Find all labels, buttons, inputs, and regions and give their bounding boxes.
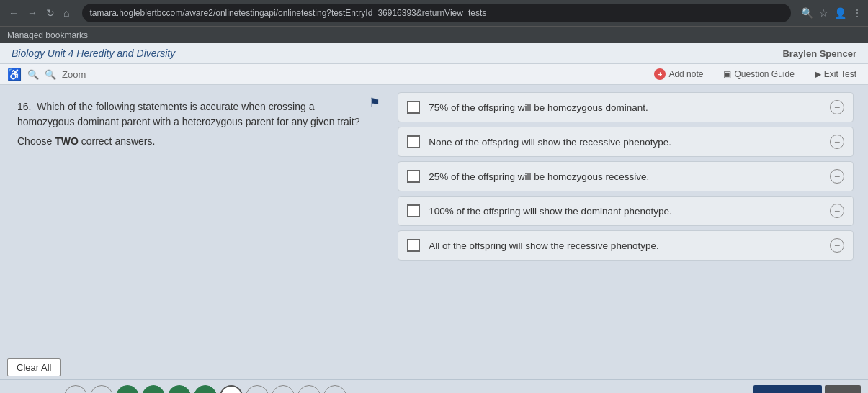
exit-test-icon: ▶ bbox=[815, 69, 821, 79]
question-guide-label: Question Guide bbox=[734, 69, 794, 79]
bookmarks-bar: Managed bookmarks bbox=[0, 26, 868, 43]
back-icon[interactable]: ← bbox=[6, 6, 22, 20]
star-icon[interactable]: ☆ bbox=[819, 7, 828, 19]
question-guide-button[interactable]: ▣ Question Guide bbox=[719, 68, 798, 81]
answer-checkbox-e[interactable] bbox=[407, 239, 420, 252]
answer-option-a[interactable]: 75% of the offspring will be homozygous … bbox=[398, 92, 854, 122]
exit-test-button[interactable]: ▶ Exit Test bbox=[810, 68, 861, 81]
profile-icon[interactable]: 👤 bbox=[834, 7, 846, 19]
question-dot-17[interactable]: 17 bbox=[246, 385, 269, 394]
main-content: ⚑ 16. Which of the following statements … bbox=[0, 85, 868, 356]
question-text: 16. Which of the following statements is… bbox=[17, 99, 373, 130]
answer-text-e: All of the offspring will show the reces… bbox=[429, 240, 821, 251]
question-dot-15[interactable]: ✓15 bbox=[194, 385, 217, 394]
question-dot-10[interactable]: 10 bbox=[64, 385, 87, 394]
answer-option-c[interactable]: 25% of the offspring will be homozygous … bbox=[398, 161, 854, 191]
question-number: 16. bbox=[17, 101, 31, 112]
address-bar[interactable]: tamara.hogleblertbccom/aware2/onlinetest… bbox=[82, 4, 791, 22]
toolbar-right: + Add note ▣ Question Guide ▶ Exit Test bbox=[650, 67, 861, 81]
question-instruction: Choose TWO correct answers. bbox=[17, 135, 373, 147]
previous-button[interactable]: ‹ Previous bbox=[7, 388, 61, 393]
add-note-icon: + bbox=[654, 68, 666, 80]
clear-all-button[interactable]: Clear All bbox=[7, 358, 61, 376]
answer-option-d[interactable]: 100% of the offspring will show the domi… bbox=[398, 196, 854, 226]
question-dot-16[interactable]: 16 bbox=[220, 385, 243, 394]
answer-text-c: 25% of the offspring will be homozygous … bbox=[429, 171, 821, 182]
bookmarks-label: Managed bookmarks bbox=[7, 30, 88, 40]
answer-checkbox-d[interactable] bbox=[407, 204, 420, 217]
eliminate-button-a[interactable]: − bbox=[830, 100, 844, 114]
search-icon[interactable]: 🔍 bbox=[27, 69, 39, 80]
search-icon2[interactable]: 🔍 bbox=[45, 69, 56, 80]
toolbar-left: ♿ 🔍 🔍 Zoom bbox=[7, 68, 86, 81]
exit-test-label: Exit Test bbox=[824, 69, 856, 79]
question-guide-icon: ▣ bbox=[723, 69, 731, 79]
add-note-label: Add note bbox=[668, 69, 703, 79]
answer-option-b[interactable]: None of the offspring will show the rece… bbox=[398, 127, 854, 157]
eliminate-button-b[interactable]: − bbox=[830, 135, 844, 149]
question-dot-18[interactable]: 18 bbox=[272, 385, 295, 394]
accessibility-icon[interactable]: ♿ bbox=[7, 68, 22, 81]
question-body: Which of the following statements is acc… bbox=[17, 101, 360, 127]
answer-option-e[interactable]: All of the offspring will show the reces… bbox=[398, 230, 854, 261]
browser-actions: 🔍 ☆ 👤 ⋮ bbox=[801, 7, 862, 19]
menu-icon[interactable]: ⋮ bbox=[852, 7, 862, 19]
next-button[interactable]: Next › bbox=[753, 385, 822, 394]
forward-icon[interactable]: → bbox=[24, 6, 40, 20]
question-dot-13[interactable]: ✓13 bbox=[142, 385, 165, 394]
toolbar: ♿ 🔍 🔍 Zoom + Add note ▣ Question Guide ▶… bbox=[0, 64, 868, 85]
eliminate-button-d[interactable]: − bbox=[830, 204, 844, 218]
answer-checkbox-b[interactable] bbox=[407, 135, 420, 148]
question-dot-20[interactable]: 20 bbox=[323, 385, 346, 394]
question-dot-12[interactable]: ✓12 bbox=[116, 385, 139, 394]
flag-icon[interactable]: ⚑ bbox=[369, 95, 380, 111]
answer-checkbox-a[interactable] bbox=[407, 101, 420, 114]
address-text: tamara.hogleblertbccom/aware2/onlinetest… bbox=[89, 8, 486, 18]
browser-chrome: ← → ↻ ⌂ tamara.hogleblertbccom/aware2/on… bbox=[0, 0, 868, 26]
question-dot-19[interactable]: 19 bbox=[297, 385, 321, 394]
answer-text-d: 100% of the offspring will show the domi… bbox=[429, 206, 821, 217]
user-name: Braylen Spencer bbox=[782, 48, 856, 59]
add-note-button[interactable]: + Add note bbox=[650, 67, 707, 81]
home-icon[interactable]: ⌂ bbox=[61, 6, 72, 20]
eliminate-button-e[interactable]: − bbox=[830, 238, 844, 253]
eliminate-button-c[interactable]: − bbox=[830, 169, 844, 184]
emphasis-two: TWO bbox=[55, 135, 79, 147]
app-title: Biology Unit 4 Heredity and Diversity bbox=[12, 48, 175, 59]
search-icon[interactable]: 🔍 bbox=[801, 7, 813, 19]
answer-panel: 75% of the offspring will be homozygous … bbox=[390, 85, 868, 356]
review-button[interactable]: Re bbox=[825, 385, 861, 394]
zoom-label: Zoom bbox=[62, 69, 86, 80]
question-dot-11[interactable]: 11 bbox=[90, 385, 113, 394]
answer-text-a: 75% of the offspring will be homozygous … bbox=[429, 102, 821, 113]
app-header: Biology Unit 4 Heredity and Diversity Br… bbox=[0, 43, 868, 64]
next-label: Next bbox=[774, 391, 795, 394]
browser-nav-icons: ← → ↻ ⌂ bbox=[6, 6, 72, 20]
question-dot-14[interactable]: ✓14 bbox=[168, 385, 191, 394]
answer-checkbox-c[interactable] bbox=[407, 170, 420, 183]
question-panel: ⚑ 16. Which of the following statements … bbox=[0, 85, 390, 356]
nav-bar: ‹ Previous 1011✓12✓13✓14✓151617181920Nex… bbox=[0, 379, 868, 393]
refresh-icon[interactable]: ↻ bbox=[43, 6, 58, 20]
clear-all-row: Clear All bbox=[0, 356, 868, 379]
next-chevron-icon: › bbox=[798, 391, 802, 394]
answer-text-b: None of the offspring will show the rece… bbox=[429, 137, 821, 148]
